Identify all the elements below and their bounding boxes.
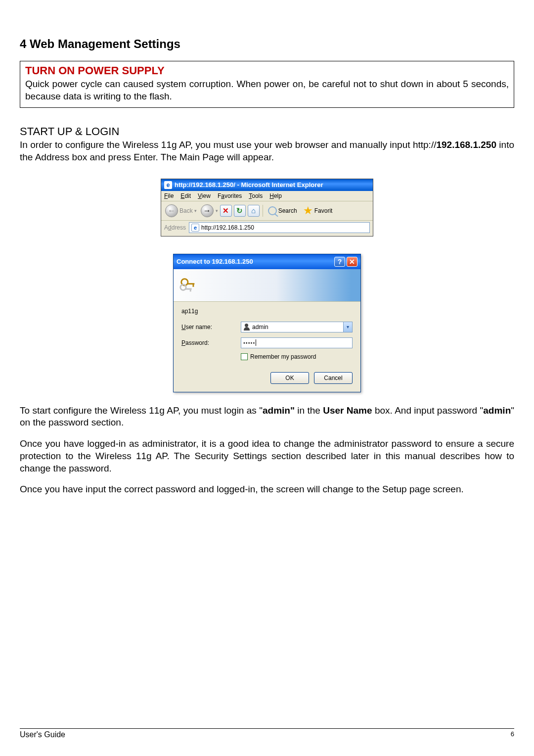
para-change-password: Once you have logged-in as administrator… [20, 438, 514, 474]
dialog-body: ap11g User name: admin ▾ Password: ••••• [174, 302, 360, 392]
remember-checkbox[interactable] [241, 353, 248, 360]
dialog-title: Connect to 192.168.1.250 [177, 258, 253, 265]
refresh-button[interactable]: ↻ [234, 205, 246, 217]
menu-edit[interactable]: Edit [180, 192, 191, 199]
back-arrow-icon: ← [165, 204, 178, 217]
p1a: To start configure the Wireless 11g AP, … [20, 405, 263, 416]
ie-toolbar: ← Back ▾ → ▾ ✕ ↻ ⌂ Search ★ Favorit [161, 201, 373, 221]
search-icon [268, 206, 277, 215]
menu-help[interactable]: Help [269, 192, 282, 199]
startup-intro: In order to configure the Wireless 11g A… [20, 139, 514, 163]
password-row: Password: ••••• [181, 337, 353, 348]
section-heading: 4 Web Management Settings [20, 37, 514, 51]
close-button[interactable]: ✕ [347, 257, 357, 267]
address-label: Address [164, 224, 186, 231]
password-label: Password: [181, 339, 241, 346]
menu-favorites[interactable]: Favorites [218, 192, 242, 199]
ok-button[interactable]: OK [270, 372, 309, 384]
para-setup-screen: Once you have input the correct password… [20, 483, 514, 496]
remember-label[interactable]: Remember my password [250, 353, 316, 360]
favorites-label: Favorit [314, 207, 333, 214]
startup-subheading: START UP & LOGIN [20, 125, 514, 138]
ie-window: e http://192.168.1.250/ - Microsoft Inte… [161, 179, 373, 236]
back-button[interactable]: ← Back ▾ [163, 203, 199, 218]
username-value: admin [252, 324, 268, 331]
para-login-instructions: To start configure the Wireless 11g AP, … [20, 405, 514, 429]
favorites-button[interactable]: ★ Favorit [301, 203, 335, 218]
search-button[interactable]: Search [266, 205, 299, 216]
warning-title: TURN ON POWER SUPPLY [25, 64, 509, 77]
keys-icon [178, 276, 197, 294]
intro-ip: 192.168.1.250 [436, 140, 496, 150]
warning-text: Quick power cycle can caused system corr… [25, 78, 509, 102]
cancel-button[interactable]: Cancel [314, 372, 353, 384]
login-dialog: Connect to 192.168.1.250 ? ✕ ap11g [173, 254, 361, 392]
home-icon: ⌂ [251, 206, 256, 215]
help-button[interactable]: ? [334, 257, 345, 267]
text-cursor [256, 339, 256, 346]
page-icon: e [191, 224, 199, 232]
stop-x-icon: ✕ [222, 206, 229, 215]
screenshot-area: e http://192.168.1.250/ - Microsoft Inte… [20, 179, 514, 392]
menu-tools[interactable]: Tools [249, 192, 263, 199]
menu-file[interactable]: File [164, 192, 174, 199]
page-footer: User's Guide 6 [20, 728, 514, 739]
dialog-banner [174, 269, 360, 302]
ie-titlebar: e http://192.168.1.250/ - Microsoft Inte… [161, 179, 373, 191]
username-combo[interactable]: admin ▾ [241, 322, 353, 332]
remember-row: Remember my password [241, 353, 353, 360]
user-icon [243, 324, 250, 331]
p1d: User Name [323, 405, 372, 416]
page-number: 6 [511, 730, 514, 739]
password-input[interactable]: ••••• [241, 337, 353, 348]
svg-rect-1 [187, 283, 194, 284]
dropdown-icon: ▾ [194, 208, 197, 213]
toolbar-divider [263, 205, 263, 217]
password-value: ••••• [243, 340, 255, 346]
stop-button[interactable]: ✕ [220, 205, 232, 217]
menu-view[interactable]: View [198, 192, 211, 199]
forward-button[interactable]: → [201, 204, 214, 217]
warning-box: TURN ON POWER SUPPLY Quick power cycle c… [20, 61, 514, 108]
username-label: User name: [181, 324, 241, 331]
p1f: admin [483, 405, 511, 416]
p1b: admin" [263, 405, 295, 416]
realm-text: ap11g [181, 308, 353, 315]
back-label: Back [179, 207, 193, 214]
dialog-titlebar: Connect to 192.168.1.250 ? ✕ [174, 254, 360, 269]
ie-logo-icon: e [164, 181, 172, 189]
ie-title-text: http://192.168.1.250/ - Microsoft Intern… [175, 181, 323, 189]
ie-addressbar: Address e http://192.168.1.250 [161, 221, 373, 236]
home-button[interactable]: ⌂ [248, 205, 260, 217]
svg-rect-2 [193, 284, 194, 287]
intro-pre: In order to configure the Wireless 11g A… [20, 140, 436, 150]
address-value: http://192.168.1.250 [201, 224, 254, 231]
svg-rect-5 [190, 290, 191, 292]
username-row: User name: admin ▾ [181, 322, 353, 332]
button-row: OK Cancel [181, 372, 353, 384]
ie-menubar: File Edit View Favorites Tools Help [161, 191, 373, 201]
dropdown-icon-2: ▾ [216, 208, 218, 213]
star-icon: ★ [303, 204, 313, 217]
search-label: Search [278, 207, 297, 214]
refresh-icon: ↻ [236, 206, 243, 215]
p1c: in the [295, 405, 323, 416]
chevron-down-icon[interactable]: ▾ [343, 322, 352, 332]
svg-rect-4 [185, 288, 191, 290]
footer-guide: User's Guide [20, 730, 65, 739]
address-input[interactable]: e http://192.168.1.250 [189, 222, 370, 233]
footer-divider [20, 728, 514, 729]
p1e: box. And input password " [372, 405, 484, 416]
